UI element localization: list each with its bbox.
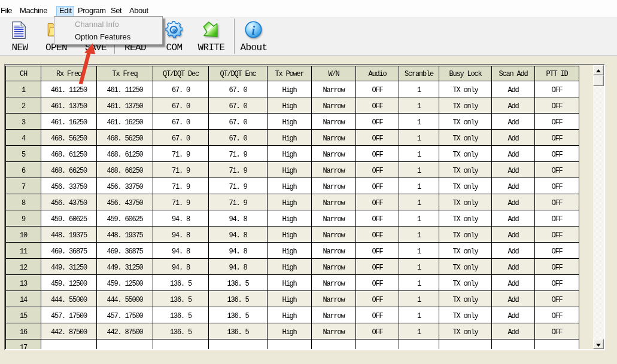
svg-text:i: i [252, 23, 256, 38]
